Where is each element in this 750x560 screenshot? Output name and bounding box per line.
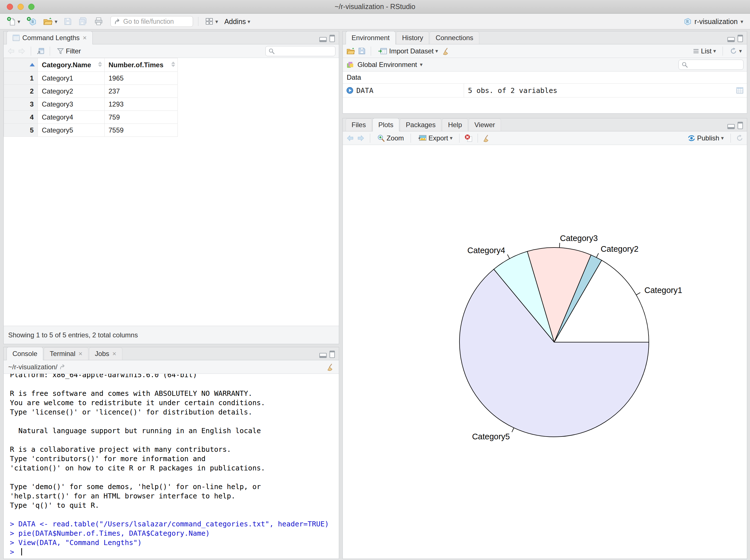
close-tab-icon[interactable]: × — [112, 350, 116, 358]
addins-label: Addins — [224, 18, 246, 26]
tab-plots[interactable]: Plots — [372, 118, 399, 132]
project-selector[interactable]: R r-visualization ▾ — [683, 17, 743, 26]
print-button[interactable] — [93, 16, 105, 27]
maximize-panel-icon[interactable] — [737, 122, 743, 129]
table-row[interactable]: 3 Category3 1293 — [4, 98, 178, 111]
addins-button[interactable]: Addins ▾ — [223, 16, 252, 27]
environment-search-input[interactable] — [678, 60, 744, 70]
tab-history[interactable]: History — [396, 32, 429, 44]
maximize-panel-icon[interactable] — [330, 35, 335, 42]
remove-plot-icon[interactable] — [465, 134, 473, 142]
chevron-down-icon: ▾ — [713, 48, 716, 54]
pie-label-tick — [636, 293, 640, 295]
column-header-category-name[interactable]: Category.Name — [38, 58, 104, 72]
cell-number-of-times[interactable]: 1293 — [104, 98, 178, 111]
table-row[interactable]: 5 Category5 7559 — [4, 124, 178, 137]
previous-plot-icon[interactable] — [346, 135, 354, 142]
import-dataset-button[interactable]: Import Dataset ▾ — [376, 46, 440, 56]
goto-file-function-input[interactable]: Go to file/function — [111, 16, 193, 27]
data-viewer-search-input[interactable] — [265, 46, 335, 56]
goto-directory-icon[interactable] — [60, 364, 66, 370]
traffic-lights — [7, 4, 35, 10]
table-row[interactable]: 4 Category4 759 — [4, 111, 178, 124]
forward-icon[interactable] — [18, 47, 26, 55]
tab-files[interactable]: Files — [346, 118, 372, 131]
minimize-panel-icon[interactable] — [727, 124, 735, 129]
tab-command-lengths[interactable]: Command Lengths × — [6, 31, 93, 44]
row-number: 4 — [4, 111, 38, 124]
tab-connections[interactable]: Connections — [430, 32, 479, 44]
column-header-number-of-times[interactable]: Number.of.Times — [104, 58, 178, 72]
save-all-button[interactable] — [77, 16, 90, 27]
tab-label: Command Lengths — [22, 34, 80, 42]
scope-selector[interactable]: Global Environment — [357, 61, 417, 69]
sort-arrows-icon[interactable] — [171, 62, 175, 67]
table-row[interactable]: 2 Category2 237 — [4, 85, 178, 98]
clear-environment-broom-icon[interactable] — [442, 47, 450, 55]
display-mode-button[interactable]: List ▾ — [691, 46, 718, 56]
expand-object-play-icon[interactable] — [346, 87, 354, 94]
minimize-window-button[interactable] — [18, 4, 24, 10]
open-in-new-window-icon[interactable] — [36, 47, 45, 55]
refresh-plot-icon[interactable] — [736, 134, 744, 142]
cell-number-of-times[interactable]: 237 — [104, 85, 178, 98]
console-path-bar: ~/r-visualization/ — [4, 360, 339, 374]
new-project-button[interactable]: R — [25, 16, 38, 27]
console-line: Type 'q()' to quit R. — [10, 501, 336, 510]
clear-all-plots-broom-icon[interactable] — [483, 134, 490, 142]
cell-category-name[interactable]: Category1 — [38, 72, 104, 85]
cell-category-name[interactable]: Category4 — [38, 111, 104, 124]
tab-jobs[interactable]: Jobs × — [89, 347, 122, 360]
cell-number-of-times[interactable]: 759 — [104, 111, 178, 124]
close-tab-icon[interactable]: × — [79, 350, 82, 358]
cell-category-name[interactable]: Category3 — [38, 98, 104, 111]
filter-button[interactable]: Filter — [55, 46, 82, 56]
console-output[interactable]: Platform: x86_64-apple-darwin15.6.0 (64-… — [4, 374, 339, 559]
view-data-grid-icon[interactable] — [736, 87, 744, 94]
next-plot-icon[interactable] — [357, 135, 365, 142]
tab-console[interactable]: Console — [6, 347, 43, 360]
close-window-button[interactable] — [7, 4, 13, 10]
pie-label-tick — [512, 428, 514, 432]
tab-help[interactable]: Help — [442, 118, 468, 131]
tab-viewer[interactable]: Viewer — [469, 118, 501, 131]
zoom-magnifier-icon — [377, 134, 385, 142]
cell-number-of-times[interactable]: 7559 — [104, 124, 178, 137]
publish-label: Publish — [697, 134, 719, 142]
save-button[interactable] — [62, 16, 74, 27]
tab-terminal[interactable]: Terminal × — [44, 347, 88, 360]
export-plot-button[interactable]: Export ▾ — [416, 133, 454, 143]
maximize-panel-icon[interactable] — [330, 351, 335, 358]
maximize-panel-icon[interactable] — [737, 35, 743, 42]
minimize-panel-icon[interactable] — [727, 37, 735, 42]
environment-object-row[interactable]: DATA 5 obs. of 2 variables — [343, 83, 747, 98]
cell-number-of-times[interactable]: 1965 — [104, 72, 178, 85]
minimize-panel-icon[interactable] — [319, 353, 327, 358]
tab-packages[interactable]: Packages — [400, 118, 441, 131]
zoom-plot-button[interactable]: Zoom — [375, 133, 406, 143]
table-row[interactable]: 1 Category1 1965 — [4, 72, 178, 85]
load-workspace-folder-icon[interactable] — [346, 47, 355, 55]
console-line — [10, 510, 336, 519]
workspace-panes-button[interactable]: ▾ — [203, 16, 220, 26]
row-number-header[interactable] — [4, 58, 38, 72]
minimize-panel-icon[interactable] — [319, 37, 327, 42]
cell-category-name[interactable]: Category5 — [38, 124, 104, 137]
chevron-down-icon: ▾ — [215, 19, 218, 24]
close-tab-icon[interactable]: × — [83, 34, 87, 42]
cell-category-name[interactable]: Category2 — [38, 85, 104, 98]
open-file-button[interactable]: ▾ — [41, 16, 59, 27]
sort-arrows-icon[interactable] — [98, 62, 102, 67]
pie-label-tick — [508, 255, 510, 259]
publish-button[interactable]: Publish ▾ — [686, 133, 725, 143]
tab-label: Packages — [406, 121, 435, 129]
refresh-environment-button[interactable]: ▾ — [728, 46, 744, 56]
back-icon[interactable] — [7, 47, 15, 55]
new-file-button[interactable]: ▾ — [5, 16, 22, 27]
clear-console-broom-icon[interactable] — [327, 363, 334, 371]
zoom-window-button[interactable] — [28, 4, 35, 10]
toolbar-separator — [371, 47, 371, 56]
save-workspace-icon[interactable] — [358, 47, 366, 55]
tab-environment[interactable]: Environment — [346, 31, 396, 44]
pie-label-Category5: Category5 — [472, 432, 510, 441]
